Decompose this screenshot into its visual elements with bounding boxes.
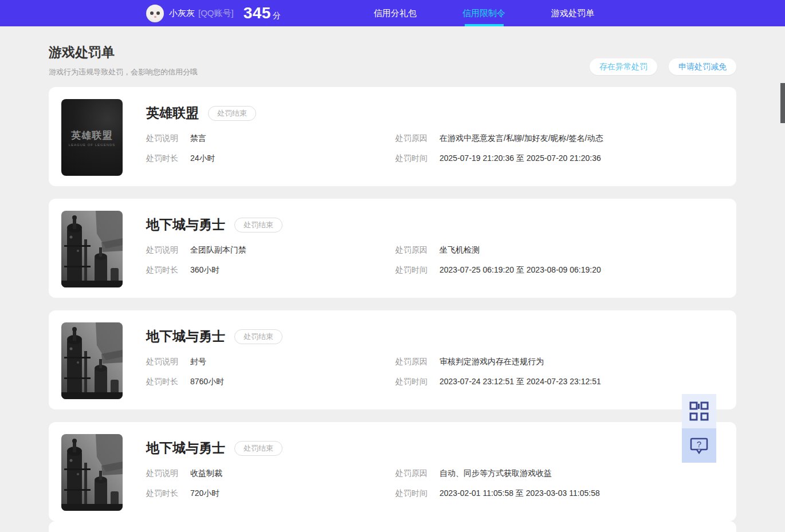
field-rows: 处罚说明 禁言 处罚原因 在游戏中恶意发言/私聊/加好友/昵称/签名/动态 处罚… bbox=[146, 133, 736, 164]
penalty-card: 地下城与勇士 处罚结束 处罚说明 全团队副本门禁 处罚原因 坐飞机检测 bbox=[49, 199, 736, 298]
game-title-row: 地下城与勇士 处罚结束 bbox=[146, 439, 736, 457]
duration-value: 360小时 bbox=[190, 265, 219, 275]
credit-score: 345分 bbox=[244, 4, 281, 22]
field-time: 处罚时间 2025-07-19 21:20:36 至 2025-07-20 21… bbox=[395, 153, 607, 164]
card-content: 地下城与勇士 处罚结束 处罚说明 封号 处罚原因 审核判定游戏内存在违规行为 bbox=[146, 310, 736, 387]
top-header: 小灰灰 [QQ账号] 345分 信用分礼包 信用限制令 游戏处罚单 bbox=[0, 0, 785, 26]
dnf-artwork bbox=[61, 211, 123, 287]
penalty-card: 地下城与勇士 处罚结束 处罚说明 封号 处罚原因 审核判定游戏内存在违规行为 bbox=[49, 310, 736, 409]
game-name: 地下城与勇士 bbox=[146, 439, 225, 457]
time-label: 处罚时间 bbox=[395, 488, 439, 499]
game-name: 英雄联盟 bbox=[146, 104, 199, 122]
user-name: 小灰灰 bbox=[169, 8, 195, 19]
field-duration: 处罚时长 360小时 bbox=[146, 265, 395, 275]
time-value: 2023-07-24 23:12:51 至 2024-07-23 23:12:5… bbox=[439, 377, 601, 387]
field-time: 处罚时间 2023-07-24 23:12:51 至 2024-07-23 23… bbox=[395, 377, 607, 387]
svg-text:?: ? bbox=[697, 439, 701, 449]
action-buttons: 存在异常处罚 申请处罚减免 bbox=[590, 58, 736, 75]
time-label: 处罚时间 bbox=[395, 377, 439, 387]
status-badge: 处罚结束 bbox=[208, 106, 256, 121]
time-label: 处罚时间 bbox=[395, 265, 439, 275]
user-avatar[interactable] bbox=[146, 5, 164, 22]
field-reason: 处罚原因 审核判定游戏内存在违规行为 bbox=[395, 357, 550, 367]
field-reason: 处罚原因 自动、同步等方式获取游戏收益 bbox=[395, 468, 558, 479]
game-title-row: 地下城与勇士 处罚结束 bbox=[146, 216, 736, 234]
field-row: 处罚时长 8760小时 处罚时间 2023-07-24 23:12:51 至 2… bbox=[146, 377, 736, 387]
game-title-row: 英雄联盟 处罚结束 bbox=[146, 104, 736, 122]
penalty-card-partial bbox=[49, 521, 736, 532]
field-row: 处罚时长 720小时 处罚时间 2023-02-01 11:05:58 至 20… bbox=[146, 488, 736, 499]
help-button[interactable]: ? bbox=[682, 428, 716, 463]
header-nav: 信用分礼包 信用限制令 游戏处罚单 bbox=[351, 0, 617, 26]
reason-value: 审核判定游戏内存在违规行为 bbox=[439, 357, 544, 367]
user-info: 小灰灰 [QQ账号] 345分 bbox=[146, 0, 281, 26]
description-label: 处罚说明 bbox=[146, 357, 190, 367]
qr-code-icon bbox=[689, 401, 709, 421]
description-label: 处罚说明 bbox=[146, 468, 190, 479]
reason-label: 处罚原因 bbox=[395, 468, 439, 479]
description-label: 处罚说明 bbox=[146, 245, 190, 255]
duration-value: 24小时 bbox=[190, 153, 215, 164]
field-rows: 处罚说明 收益制裁 处罚原因 自动、同步等方式获取游戏收益 处罚时长 720小时… bbox=[146, 468, 736, 499]
card-content: 地下城与勇士 处罚结束 处罚说明 全团队副本门禁 处罚原因 坐飞机检测 bbox=[146, 199, 736, 275]
avatar-cat-eye bbox=[156, 11, 160, 15]
time-value: 2023-07-25 06:19:20 至 2023-08-09 06:19:2… bbox=[439, 265, 601, 275]
dnf-artwork bbox=[61, 434, 123, 511]
reason-label: 处罚原因 bbox=[395, 133, 439, 144]
credit-score-unit: 分 bbox=[273, 11, 281, 20]
reason-value: 自动、同步等方式获取游戏收益 bbox=[439, 468, 552, 479]
tab-credit-gift[interactable]: 信用分礼包 bbox=[351, 0, 439, 26]
description-value: 收益制裁 bbox=[190, 468, 222, 479]
field-rows: 处罚说明 封号 处罚原因 审核判定游戏内存在违规行为 处罚时长 8760小时 处… bbox=[146, 357, 736, 387]
game-thumbnail bbox=[61, 322, 123, 399]
field-reason: 处罚原因 坐飞机检测 bbox=[395, 245, 485, 255]
status-badge: 处罚结束 bbox=[234, 218, 282, 232]
qr-code-button[interactable] bbox=[682, 394, 716, 428]
card-content: 英雄联盟 处罚结束 处罚说明 禁言 处罚原因 在游戏中恶意发言/私聊/加好友/昵… bbox=[146, 87, 736, 164]
field-description: 处罚说明 禁言 bbox=[146, 133, 395, 144]
field-time: 处罚时间 2023-07-25 06:19:20 至 2023-08-09 06… bbox=[395, 265, 607, 275]
reason-label: 处罚原因 bbox=[395, 245, 439, 255]
dnf-artwork bbox=[61, 322, 123, 399]
penalty-card: 地下城与勇士 处罚结束 处罚说明 收益制裁 处罚原因 自动、同步等方式获取游戏收… bbox=[49, 422, 736, 521]
tab-credit-restriction[interactable]: 信用限制令 bbox=[439, 0, 528, 26]
abnormal-penalty-button[interactable]: 存在异常处罚 bbox=[590, 58, 657, 75]
card-content: 地下城与勇士 处罚结束 处罚说明 收益制裁 处罚原因 自动、同步等方式获取游戏收… bbox=[146, 422, 736, 499]
duration-value: 8760小时 bbox=[190, 377, 224, 387]
game-name: 地下城与勇士 bbox=[146, 328, 225, 345]
reason-label: 处罚原因 bbox=[395, 357, 439, 367]
field-description: 处罚说明 收益制裁 bbox=[146, 468, 395, 479]
penalty-reduction-button[interactable]: 申请处罚减免 bbox=[669, 58, 736, 75]
description-label: 处罚说明 bbox=[146, 133, 190, 144]
duration-label: 处罚时长 bbox=[146, 265, 190, 275]
field-row: 处罚说明 封号 处罚原因 审核判定游戏内存在违规行为 bbox=[146, 357, 736, 367]
duration-label: 处罚时长 bbox=[146, 377, 190, 387]
field-duration: 处罚时长 8760小时 bbox=[146, 377, 395, 387]
status-badge: 处罚结束 bbox=[234, 441, 282, 456]
duration-label: 处罚时长 bbox=[146, 153, 190, 164]
league-of-legends-logo: 英雄联盟 LEAGUE OF LEGENDS bbox=[61, 99, 123, 176]
description-value: 封号 bbox=[190, 357, 206, 367]
game-title-row: 地下城与勇士 处罚结束 bbox=[146, 328, 736, 345]
floating-widget: ? bbox=[682, 394, 716, 463]
field-row: 处罚说明 收益制裁 处罚原因 自动、同步等方式获取游戏收益 bbox=[146, 468, 736, 479]
tab-game-penalty[interactable]: 游戏处罚单 bbox=[528, 0, 617, 26]
reason-value: 在游戏中恶意发言/私聊/加好友/昵称/签名/动态 bbox=[439, 133, 603, 144]
description-value: 禁言 bbox=[190, 133, 206, 144]
main-content: 游戏处罚单 游戏行为违规导致处罚，会影响您的信用分哦 存在异常处罚 申请处罚减免… bbox=[49, 26, 736, 532]
status-badge: 处罚结束 bbox=[234, 329, 282, 344]
description-value: 全团队副本门禁 bbox=[190, 245, 246, 255]
game-thumbnail bbox=[61, 211, 123, 287]
field-rows: 处罚说明 全团队副本门禁 处罚原因 坐飞机检测 处罚时长 360小时 处罚时间 bbox=[146, 245, 736, 275]
duration-value: 720小时 bbox=[190, 488, 219, 499]
question-bubble-icon: ? bbox=[689, 436, 709, 455]
field-duration: 处罚时长 24小时 bbox=[146, 153, 395, 164]
avatar-cat-eye bbox=[150, 11, 154, 15]
game-name: 地下城与勇士 bbox=[146, 216, 225, 234]
avatar-cat-nose bbox=[154, 16, 156, 18]
scrollbar-thumb[interactable] bbox=[780, 83, 785, 123]
penalty-card: 英雄联盟 LEAGUE OF LEGENDS bbox=[49, 87, 736, 186]
field-row: 处罚说明 全团队副本门禁 处罚原因 坐飞机检测 bbox=[146, 245, 736, 255]
time-value: 2023-02-01 11:05:58 至 2023-03-03 11:05:5… bbox=[439, 488, 600, 499]
field-description: 处罚说明 封号 bbox=[146, 357, 395, 367]
